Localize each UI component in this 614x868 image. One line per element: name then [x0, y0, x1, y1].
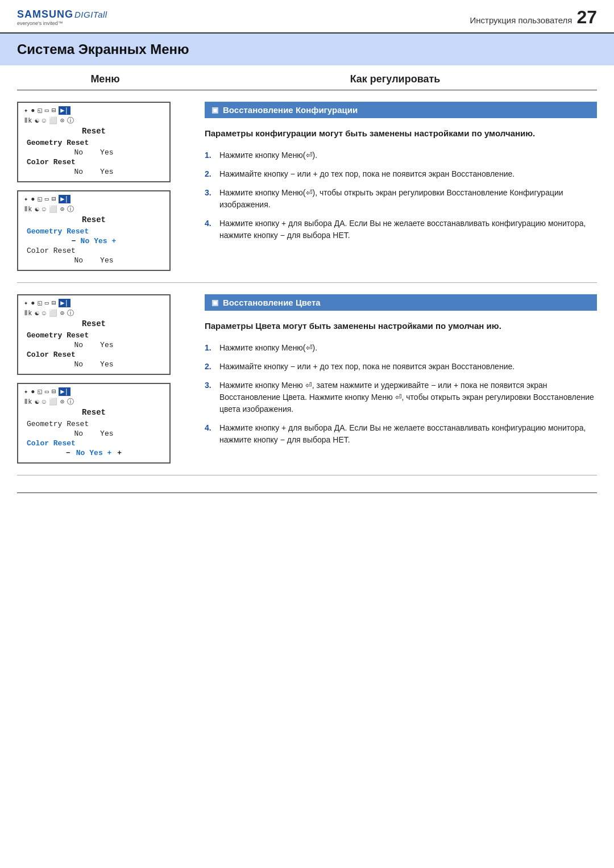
osd-color-row-1a: Color Reset — [24, 246, 164, 256]
section-color-restore: ✦ ● ◱ ▭ ⊟ ▶| ǁk ☯ ☺ ⬜ ⊙ ⓘ Reset Geom — [17, 283, 597, 475]
osd-color-label-2a: Color Reset — [27, 439, 76, 448]
osd-color-minus-2a: − — [66, 449, 70, 457]
osd-geo-label-1a: Geometry Reset — [27, 227, 89, 236]
osd-geo-row-1: Geometry Reset — [24, 138, 164, 148]
menu-col-2: ✦ ● ◱ ▭ ⊟ ▶| ǁk ☯ ☺ ⬜ ⊙ ⓘ Reset Geom — [17, 294, 193, 464]
color-icon: ⊟ — [52, 106, 56, 115]
bottom-divider — [17, 493, 597, 493]
osd-color-no-1: No — [74, 168, 83, 176]
image-icon: ◱ — [38, 106, 42, 115]
menu-col-1: ✦ ● ◱ ▭ ⊟ ▶| ǁk ☯ ☺ ⬜ ⊙ ⓘ Reset Geom — [17, 102, 193, 271]
step-1-1: 1. Нажмите кнопку Меню(⏎). — [205, 149, 597, 161]
step-1-2: 2. Нажимайте кнопку − или + до тех пор, … — [205, 168, 597, 180]
osd-icons-row2: ǁk ☯ ☺ ⬜ ⊙ ⓘ — [24, 116, 164, 126]
osd-reset-label-2n: Reset — [24, 319, 164, 328]
osd-color-no-2a: No — [76, 449, 85, 457]
brightness-icon: ✦ — [24, 106, 28, 115]
icon-2-6: ⓘ — [67, 116, 74, 126]
samsung-logo: SAMSUNG DIGITall — [17, 9, 107, 20]
osd-color-values-1a: No Yes — [24, 256, 164, 265]
osd-color-yes-2n: Yes — [100, 360, 113, 369]
title-icon-1: ▣ — [211, 106, 218, 114]
osd-geo-label-2n: Geometry Reset — [27, 331, 89, 340]
osd-box-1-normal: ✦ ● ◱ ▭ ⊟ ▶| ǁk ☯ ☺ ⬜ ⊙ ⓘ Reset Geom — [17, 102, 171, 182]
osd-geo-values-1a: − No Yes + — [24, 236, 164, 246]
osd-geo-no-2n: No — [74, 341, 83, 349]
osd-icons-row2-2n: ǁk ☯ ☺ ⬜ ⊙ ⓘ — [24, 308, 164, 318]
osd-reset-label-1a: Reset — [24, 215, 164, 224]
osd-icons-row2-a: ǁk ☯ ☺ ⬜ ⊙ ⓘ — [24, 205, 164, 214]
osd-color-row-2n: Color Reset — [24, 350, 164, 360]
osd-geo-label-1: Geometry Reset — [27, 139, 89, 147]
osd-reset-label-2a: Reset — [24, 408, 164, 417]
osd-color-values-1: No Yes — [24, 167, 164, 177]
section1-title: ▣ Восстановление Конфигурации — [205, 102, 597, 118]
osd-icons-row-2a: ✦ ● ◱ ▭ ⊟ ▶| — [24, 387, 164, 396]
osd-geo-values-1: No Yes — [24, 148, 164, 157]
column-headers: Меню Как регулировать — [17, 65, 597, 90]
section1-bold-text: Параметры конфигурации могут быть замене… — [205, 127, 597, 140]
osd-color-no-1a: No — [74, 256, 83, 265]
osd-geo-row-1a: Geometry Reset — [24, 227, 164, 236]
step-1-3: 3. Нажмите кнопку Меню(⏎), чтобы открыть… — [205, 187, 597, 211]
osd-geo-yes-2a: Yes — [100, 429, 113, 438]
osd-box-2-normal: ✦ ● ◱ ▭ ⊟ ▶| ǁk ☯ ☺ ⬜ ⊙ ⓘ Reset Geom — [17, 294, 171, 375]
osd-geo-minus-1a: − — [72, 237, 76, 245]
osd-geo-values-2a: No Yes — [24, 429, 164, 439]
osd-color-plus-2a: + — [117, 449, 122, 457]
osd-color-values-2a: − No Yes + + — [24, 448, 164, 458]
osd-geo-label-2a: Geometry Reset — [27, 420, 89, 428]
icon-2-3: ☺ — [42, 117, 46, 125]
step-2-1: 1. Нажмите кнопку Меню(⏎). — [205, 342, 597, 354]
icon-2-1: ǁk — [24, 116, 32, 125]
title-icon-2: ▣ — [211, 298, 218, 307]
osd-geo-yes-1: Yes — [100, 148, 113, 157]
osd-color-row-2a: Color Reset — [24, 439, 164, 448]
main-content: Меню Как регулировать ✦ ● ◱ ▭ ⊟ ▶| ǁk ☯ … — [0, 65, 614, 493]
section-title-bar: Система Экранных Меню — [0, 34, 614, 65]
osd-color-yes-1: Yes — [100, 168, 113, 176]
osd-icons-row-a: ✦ ● ◱ ▭ ⊟ ▶| — [24, 195, 164, 203]
logo-area: SAMSUNG DIGITall everyone's invited™ — [17, 9, 107, 26]
step-2-4: 4. Нажмите кнопку + для выбора ДА. Если … — [205, 422, 597, 446]
osd-color-no-2n: No — [74, 360, 83, 369]
osd-geo-yes-2n: Yes — [100, 341, 113, 349]
osd-color-label-1: Color Reset — [27, 158, 76, 166]
section-config-restore: ✦ ● ◱ ▭ ⊟ ▶| ǁk ☯ ☺ ⬜ ⊙ ⓘ Reset Geom — [17, 90, 597, 283]
osd-icons-row: ✦ ● ◱ ▭ ⊟ ▶| — [24, 106, 164, 115]
osd-color-yes-1a: Yes — [100, 256, 113, 265]
osd-geo-no-1a: No — [81, 237, 90, 245]
osd-box-1-active: ✦ ● ◱ ▭ ⊟ ▶| ǁk ☯ ☺ ⬜ ⊙ ⓘ Reset Geom — [17, 190, 171, 271]
page-header: SAMSUNG DIGITall everyone's invited™ Инс… — [0, 0, 614, 34]
section1-steps: 1. Нажмите кнопку Меню(⏎). 2. Нажимайте … — [205, 149, 597, 241]
osd-reset-label-1: Reset — [24, 127, 164, 136]
osd-geo-no-2a: No — [74, 429, 83, 438]
section2-bold-text: Параметры Цвета могут быть заменены наст… — [205, 320, 597, 333]
icon-2-2: ☯ — [35, 116, 39, 125]
reset-icon-hl: ▶| — [59, 106, 70, 115]
osd-geo-no-1: No — [74, 148, 83, 157]
osd-geo-values-2n: No Yes — [24, 340, 164, 350]
step-2-2: 2. Нажимайте кнопку − или + до тех пор, … — [205, 361, 597, 373]
osd-icons-row-2n: ✦ ● ◱ ▭ ⊟ ▶| — [24, 299, 164, 307]
icon-2-4: ⬜ — [49, 116, 57, 125]
osd-geo-row-2n: Geometry Reset — [24, 331, 164, 340]
content-col-1: ▣ Восстановление Конфигурации Параметры … — [193, 102, 597, 271]
osd-color-label-1a: Color Reset — [27, 247, 76, 255]
osd-box-2-active: ✦ ● ◱ ▭ ⊟ ▶| ǁk ☯ ☺ ⬜ ⊙ ⓘ Reset Geom — [17, 383, 171, 464]
section2-steps: 1. Нажмите кнопку Меню(⏎). 2. Нажимайте … — [205, 342, 597, 446]
page-title: Система Экранных Меню — [17, 41, 597, 57]
col-how-header: Как регулировать — [193, 73, 597, 85]
osd-geo-row-2a: Geometry Reset — [24, 419, 164, 429]
icon-2-5: ⊙ — [60, 116, 64, 125]
content-col-2: ▣ Восстановление Цвета Параметры Цвета м… — [193, 294, 597, 464]
section2-title: ▣ Восстановление Цвета — [205, 294, 597, 311]
col-menu-header: Меню — [17, 73, 193, 85]
osd-geo-yes-1a: Yes + — [94, 237, 116, 245]
osd-color-values-2n: No Yes — [24, 360, 164, 369]
osd-color-row-1: Color Reset — [24, 157, 164, 167]
step-1-4: 4. Нажмите кнопку + для выбора ДА. Если … — [205, 218, 597, 241]
osd-icons-row2-2a: ǁk ☯ ☺ ⬜ ⊙ ⓘ — [24, 397, 164, 407]
contrast-icon: ● — [31, 107, 35, 115]
osd-color-yes-2a: Yes + — [89, 449, 111, 457]
